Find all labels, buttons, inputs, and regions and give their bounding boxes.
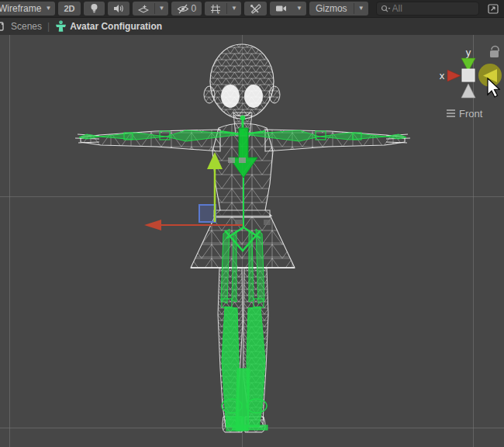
component-tools-button[interactable] — [244, 2, 267, 16]
camera-group: ▼ — [270, 2, 306, 16]
effects-group: ▼ — [133, 2, 169, 16]
2d-toggle-button[interactable]: 2D — [58, 2, 80, 16]
avatar-icon — [55, 20, 67, 33]
effects-toggle-button[interactable] — [133, 2, 154, 16]
orientation-x-label: x — [440, 70, 445, 81]
scene-asset-icon — [0, 21, 5, 32]
view-label: Front — [459, 108, 483, 120]
orientation-x-cone[interactable] — [447, 70, 461, 81]
scene-canvas[interactable]: y x Front — [0, 35, 504, 447]
move-gizmo-x-arrowhead[interactable] — [144, 220, 161, 230]
orientation-center-cube[interactable] — [462, 69, 475, 81]
search-icon — [381, 5, 391, 13]
orientation-y-label: y — [466, 47, 471, 58]
grid-dropdown-chevron-icon[interactable]: ▼ — [227, 2, 241, 16]
scene-toolbar: Wireframe ▼ 2D — [0, 0, 504, 17]
audio-toggle-button[interactable] — [108, 2, 129, 16]
lightbulb-icon — [89, 3, 99, 14]
gizmos-group: Gizmos ▼ — [309, 2, 368, 16]
grid-group: y ▼ — [205, 2, 241, 16]
draw-mode-dropdown[interactable]: Wireframe ▼ — [0, 2, 55, 16]
eye-slash-icon — [177, 4, 189, 14]
effects-dropdown-chevron-icon[interactable]: ▼ — [155, 2, 169, 16]
avatar-breadcrumb-bar: Scenes | Avatar Configuration — [0, 17, 504, 35]
maximize-window-button[interactable] — [482, 2, 504, 16]
scene-visibility-group: 0 — [171, 2, 202, 16]
lighting-toggle-button[interactable] — [84, 2, 105, 16]
gizmos-dropdown-chevron-icon[interactable]: ▼ — [354, 2, 368, 16]
grid-toggle-button[interactable]: y — [205, 2, 226, 16]
unity-scene-window: Wireframe ▼ 2D — [0, 0, 504, 447]
2d-toggle-group: 2D — [58, 2, 80, 16]
breadcrumb-scenes[interactable]: Scenes — [11, 21, 42, 32]
scene-visibility-button[interactable]: 0 — [171, 2, 202, 16]
hamburger-menu-icon — [447, 110, 455, 116]
speaker-icon — [113, 4, 124, 13]
draw-mode-label: Wireframe — [0, 3, 41, 14]
hidden-count: 0 — [191, 3, 196, 14]
gizmos-dropdown-button[interactable]: Gizmos — [309, 2, 354, 16]
orientation-gizmo[interactable]: y x Front — [440, 47, 502, 120]
tools-group — [244, 2, 267, 16]
breadcrumb-current: Avatar Configuration — [70, 21, 162, 32]
scene-search-field[interactable] — [376, 2, 479, 16]
model-head — [204, 44, 280, 119]
breadcrumb-separator: | — [47, 21, 50, 32]
chevron-down-icon: ▼ — [42, 2, 56, 16]
maximize-icon — [488, 4, 499, 14]
camera-icon — [275, 5, 287, 12]
scene-viewport[interactable]: y x Front — [0, 35, 504, 447]
effects-icon — [138, 4, 149, 14]
lock-icon[interactable] — [490, 47, 499, 58]
search-input[interactable] — [391, 2, 475, 15]
scene-camera-button[interactable] — [270, 2, 292, 16]
audio-toggle-group — [108, 2, 129, 16]
view-menu[interactable]: Front — [447, 108, 483, 120]
grid-icon: y — [210, 4, 221, 14]
orientation-neg-y-cone[interactable] — [461, 84, 475, 98]
wrench-screwdriver-icon — [250, 4, 261, 14]
svg-text:y: y — [217, 9, 219, 14]
lighting-toggle-group — [84, 2, 105, 16]
camera-dropdown-chevron-icon[interactable]: ▼ — [292, 2, 306, 16]
move-gizmo-xy-plane-handle[interactable] — [199, 205, 216, 222]
